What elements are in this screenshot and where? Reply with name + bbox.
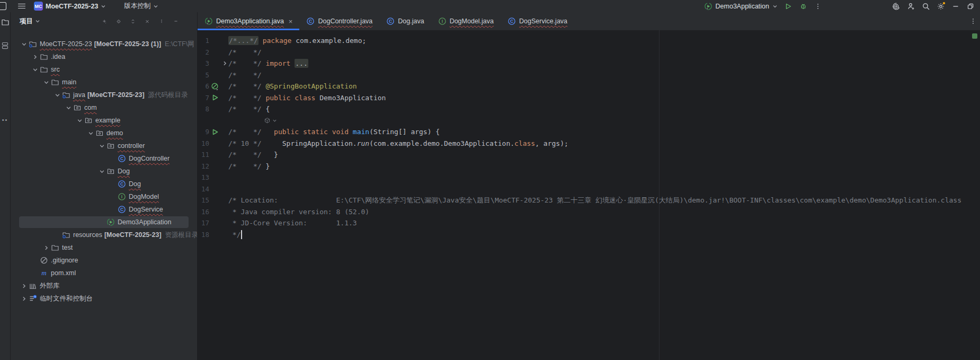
select-opened-file-button[interactable] [113,16,124,27]
interface-icon: I [117,192,127,201]
more-tool-windows-button[interactable]: •• [0,115,11,125]
chevron-down-icon[interactable] [64,103,73,112]
editor-body[interactable]: 1/*...*/ package com.example.demo;2/* */… [198,30,980,360]
line-number: 18 [198,231,209,239]
tree-item--[interactable]: 外部库 [11,279,197,292]
code-line-12[interactable]: 12/* */ } [198,161,980,172]
chevron-down-icon[interactable] [86,129,95,137]
project-tool-window-button[interactable] [0,17,11,28]
chevron-down-icon[interactable] [75,116,84,125]
collapse-icon [145,18,149,25]
inspections-widget[interactable] [972,33,977,39]
expand-all-button[interactable] [128,16,138,27]
tab-list-button[interactable] [966,12,980,30]
vcs-widget[interactable]: 版本控制 [120,0,163,12]
tree-item-controller[interactable]: controller [11,139,197,152]
code-line-3[interactable]: 3/* */ import ... [198,58,980,69]
chevron-down-icon[interactable] [97,142,106,150]
project-panel-title-dropdown[interactable]: 项目 [20,17,40,26]
run-configuration-widget[interactable]: Demo3Application [701,0,781,12]
settings-button[interactable] [933,1,948,12]
chevron-right-icon[interactable] [20,282,28,290]
tree-item--gitignore[interactable]: .gitignore [11,254,197,267]
tree-item-src[interactable]: src [11,63,197,76]
tree-item-demo3application[interactable]: Demo3Application [11,216,197,229]
tab-demo3application-java[interactable]: Demo3Application.java× [198,12,299,30]
main-menu-button[interactable] [14,0,30,12]
tree-item--idea[interactable]: .idea [11,50,197,63]
run-gutter-icon[interactable] [209,93,221,102]
collapse-all-button[interactable] [142,16,153,27]
code-line-10[interactable]: 10/* 10 */ SpringApplication.run(com.exa… [198,138,980,150]
tree-item-demo[interactable]: demo [11,127,197,139]
chevron-right-icon[interactable] [31,52,39,61]
code-line-14[interactable]: 14 [198,183,980,195]
chevron-right-icon[interactable] [42,243,50,252]
spring-run-gutter-icon[interactable] [209,82,221,91]
code-line-5[interactable]: 5/* */ [198,69,980,81]
code-line-9[interactable]: 9/* */ public static void main(String[] … [198,126,980,138]
code-line-15[interactable]: 15/* Location: E:\CTF\网络安全学习笔记\漏洞\Java安全… [198,195,980,206]
tree-item-dogservice[interactable]: CDogService [11,203,197,216]
tab-dog-java[interactable]: CDog.java [379,12,431,30]
tree-item--[interactable]: 临时文件和控制台 [11,292,197,305]
more-run-actions-button[interactable] [810,1,825,12]
folder-icon [40,65,48,74]
run-gutter-icon[interactable] [209,128,221,136]
run-button[interactable] [781,1,796,12]
tab-dogmodel-java[interactable]: IDogModel.java [431,12,501,30]
debug-button[interactable] [796,1,810,12]
close-tab-icon[interactable]: × [289,18,293,25]
tree-item-example[interactable]: example [11,114,197,127]
tree-item-main[interactable]: main [11,76,197,89]
tree-item-dogcontroller[interactable]: CDogController [11,152,197,165]
line-number: 5 [198,71,209,79]
file-class-icon: C [386,17,395,25]
chevron-down-icon[interactable] [97,167,106,175]
tree-item-resources[interactable]: resources[MoeCTF-2025-23]资源根目录 [11,229,197,241]
tree-item-com[interactable]: com [11,101,197,114]
chevron-down-icon[interactable] [20,40,28,48]
code-line-1[interactable]: 1/*...*/ package com.example.demo; [198,35,980,47]
code-with-me-button[interactable] [904,1,919,12]
tab-dogcontroller-java[interactable]: CDogController.java [299,12,379,30]
tree-item-pom-xml[interactable]: mpom.xml [11,267,197,279]
inlay-ai-icon[interactable] [228,117,277,124]
code-line-11[interactable]: 11/* */ } [198,149,980,161]
tree-item-test[interactable]: test [11,241,197,254]
code-line-2[interactable]: 2/* */ [198,47,980,58]
fold-chevron-icon[interactable] [221,60,228,66]
tree-item-java[interactable]: java[MoeCTF-2025-23]源代码根目录 [11,89,197,101]
tree-item-dogmodel[interactable]: IDogModel [11,190,197,203]
restore-button[interactable] [963,1,978,12]
panel-options-button[interactable] [156,16,167,27]
tree-item-dog[interactable]: Dog [11,165,197,178]
code-segment: SpringApplication. [282,139,357,147]
chevron-down-icon[interactable] [53,91,61,99]
chevron-right-icon[interactable] [20,294,28,303]
chevron-down-icon [66,105,72,111]
search-everywhere-button[interactable] [919,1,933,12]
svg-text:I: I [441,19,442,24]
line-number: 8 [198,105,209,113]
minimize-button[interactable] [948,1,963,12]
hide-panel-button[interactable] [171,16,181,27]
ai-assistant-button[interactable] [889,1,904,12]
tree-item-dog[interactable]: CDog [11,178,197,190]
code-line-8[interactable]: 8/* */ { [198,103,980,115]
structure-tool-window-button[interactable] [0,40,11,51]
code-line-17[interactable]: 17 * JD-Core Version: 1.1.3 [198,217,980,229]
code-line-16[interactable]: 16 * Java compiler version: 8 (52.0) [198,206,980,218]
chevron-down-icon[interactable] [31,65,39,74]
tree-item-moectf-2025-23[interactable]: MoeCTF-2025-23[MoeCTF-2025-23 (1)]E:\CTF… [11,38,197,50]
chevron-right-icon [21,296,27,302]
tab-dogservice-java[interactable]: CDogService.java [501,12,574,30]
chevron-down-icon[interactable] [42,78,50,86]
project-widget[interactable]: MC MoeCTF-2025-23 [30,0,110,12]
add-button[interactable] [99,16,110,27]
code-line-13[interactable]: 13 [198,172,980,183]
code-line-7[interactable]: 7/* */ public class Demo3Application [198,92,980,104]
inlay-hint-line[interactable] [198,115,980,127]
code-line-6[interactable]: 6/* */ @SpringBootApplication [198,81,980,92]
code-line-18[interactable]: 18 */ [198,229,980,241]
